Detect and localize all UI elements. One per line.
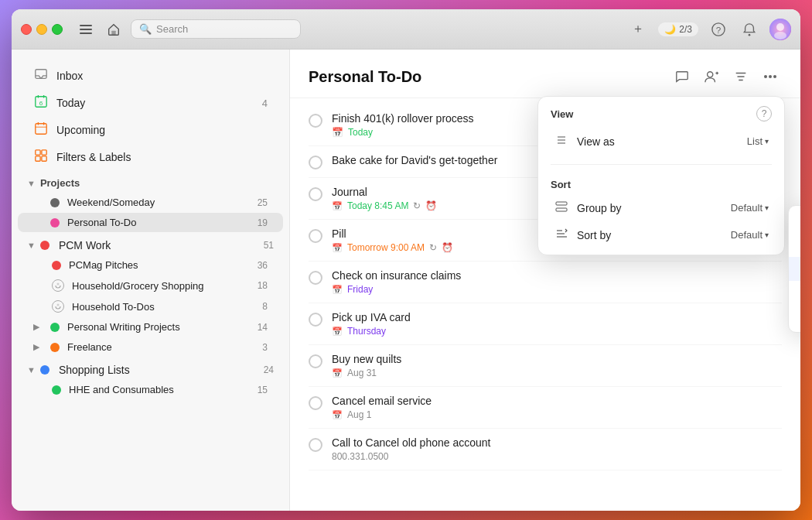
group-by-icon — [554, 200, 569, 215]
task-date-icon: 📅 — [332, 327, 343, 337]
project-item-hhe[interactable]: HHE and Consumables 15 — [18, 380, 283, 399]
task-checkbox[interactable] — [309, 271, 322, 285]
task-date-icon: 📅 — [332, 285, 343, 295]
view-as-value: List ▾ — [747, 135, 769, 147]
task-checkbox[interactable] — [309, 114, 322, 128]
project-count-pcmag: 36 — [258, 260, 268, 271]
task-name: Call to Cancel old phone account — [332, 436, 782, 449]
comment-button[interactable] — [670, 65, 694, 88]
project-label-freelance: Freelance — [67, 341, 254, 353]
project-dot-pcmwork — [40, 241, 49, 250]
task-checkbox[interactable] — [309, 313, 322, 327]
project-count-pcmwork: 51 — [264, 240, 274, 251]
task-date-icon: 📅 — [332, 368, 343, 378]
project-count-household: 8 — [262, 301, 268, 312]
project-item-personal-todo[interactable]: Personal To-Do 19 — [18, 213, 283, 232]
list-icon — [554, 134, 569, 149]
project-label-writing: Personal Writing Projects — [67, 321, 250, 333]
project-label-pcmag: PCMag Pitches — [69, 259, 250, 271]
task-content: Pick up IVA card 📅 Thursday — [332, 311, 782, 337]
home-button[interactable] — [103, 19, 125, 40]
task-name: Check on insurance claims — [332, 269, 782, 282]
group-by-row[interactable]: Group by Default ▾ — [551, 194, 772, 221]
sidebar-item-inbox[interactable]: Inbox — [18, 63, 283, 89]
sidebar-item-upcoming[interactable]: Upcoming — [18, 117, 283, 143]
search-bar[interactable]: 🔍 Search — [131, 19, 301, 39]
sort-option-priority[interactable]: Priority — [789, 305, 800, 329]
svg-rect-19 — [36, 150, 40, 155]
task-date-icon: 📅 — [332, 243, 343, 253]
pcmwork-collapse-icon: ▼ — [27, 241, 36, 250]
sidebar-today-count: 4 — [262, 98, 268, 109]
task-name: Cancel email service — [332, 395, 782, 407]
moon-badge[interactable]: 🌙 2/3 — [658, 22, 698, 36]
task-checkbox[interactable] — [309, 396, 322, 410]
view-as-label: View as — [577, 135, 739, 148]
project-item-weekend[interactable]: Weekend/Someday 25 — [18, 193, 283, 212]
task-checkbox[interactable] — [309, 156, 322, 169]
project-item-grocery[interactable]: Household/Grocery Shopping 18 — [18, 275, 283, 296]
header-actions — [670, 65, 782, 88]
add-member-button[interactable] — [700, 65, 723, 88]
more-options-button[interactable] — [759, 65, 782, 88]
sort-option-due-date[interactable]: Due date — [789, 257, 800, 281]
project-item-pcmag[interactable]: PCMag Pitches 36 — [18, 255, 283, 275]
task-date: Aug 31 — [347, 368, 377, 378]
svg-rect-15 — [36, 124, 46, 135]
task-content: Call to Cancel old phone account 800.331… — [332, 436, 782, 462]
sort-option-alphabetically[interactable]: Alphabetically — [789, 233, 800, 257]
project-item-household[interactable]: Household To-Dos 8 — [18, 296, 283, 316]
svg-rect-3 — [111, 30, 115, 34]
pcm-work-header[interactable]: ▼ PCM Work 51 — [12, 233, 289, 255]
shopping-lists-header[interactable]: ▼ Shopping Lists 24 — [12, 358, 289, 379]
task-date: Tomorrow 9:00 AM — [347, 242, 425, 253]
notifications-button[interactable] — [739, 19, 760, 40]
minimize-button[interactable] — [36, 24, 47, 35]
add-button[interactable]: ＋ — [627, 19, 649, 40]
moon-badge-value: 2/3 — [679, 24, 692, 35]
task-checkbox[interactable] — [309, 354, 322, 368]
task-checkbox[interactable] — [309, 187, 322, 201]
sort-option-default[interactable]: Default ✓ — [789, 209, 800, 233]
svg-rect-10 — [36, 70, 46, 79]
task-meta: 📅 Aug 31 — [332, 368, 782, 378]
menu-button[interactable] — [75, 19, 97, 40]
project-dot-weekend — [50, 198, 60, 207]
help-button[interactable]: ? — [708, 19, 729, 40]
alarm-icon: ⏰ — [425, 200, 437, 211]
sort-by-icon — [554, 228, 569, 242]
filter-button[interactable] — [729, 65, 752, 88]
sort-by-row[interactable]: Sort by Default ▾ — [551, 221, 772, 248]
project-dot-grocery — [52, 279, 64, 292]
svg-rect-20 — [42, 150, 46, 155]
group-by-value: Default ▾ — [731, 202, 769, 214]
sort-option-date-added[interactable]: Date added — [789, 281, 800, 305]
project-label-grocery: Household/Grocery Shopping — [72, 280, 250, 292]
project-count-personal-todo: 19 — [258, 217, 268, 228]
avatar[interactable] — [769, 19, 791, 40]
sidebar-today-label: Today — [56, 97, 254, 109]
projects-section-header[interactable]: ▼ Projects — [12, 171, 289, 192]
svg-rect-2 — [80, 32, 92, 34]
project-count-freelance: 3 — [262, 342, 268, 353]
project-item-writing[interactable]: ▶ Personal Writing Projects 14 — [18, 317, 283, 337]
svg-point-32 — [769, 75, 772, 78]
project-label-personal-todo: Personal To-Do — [67, 217, 250, 228]
project-label-shopping: Shopping Lists — [59, 364, 259, 376]
close-button[interactable] — [21, 24, 32, 35]
maximize-button[interactable] — [52, 24, 63, 35]
projects-section-label: Projects — [40, 177, 80, 189]
project-item-freelance[interactable]: ▶ Freelance 3 — [18, 337, 283, 357]
view-as-row[interactable]: View as List ▾ — [551, 128, 772, 155]
task-checkbox[interactable] — [309, 229, 322, 243]
task-checkbox[interactable] — [309, 438, 322, 452]
sidebar-item-today[interactable]: 6 Today 4 — [18, 90, 283, 116]
divider — [551, 164, 772, 165]
task-item: Call to Cancel old phone account 800.331… — [309, 429, 782, 470]
project-dot-writing — [50, 323, 60, 332]
sidebar-item-filters[interactable]: Filters & Labels — [18, 144, 283, 170]
task-date-icon: 📅 — [332, 410, 343, 420]
project-count-shopping: 24 — [264, 364, 274, 375]
view-help-button[interactable]: ? — [756, 106, 772, 121]
sort-by-value: Default ▾ — [731, 229, 769, 241]
